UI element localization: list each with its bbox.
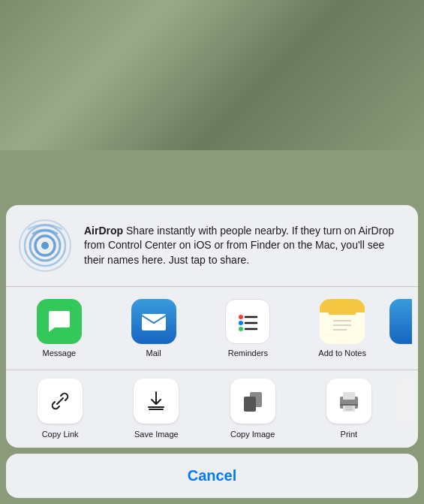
mail-label: Mail	[146, 349, 161, 358]
background-image	[0, 0, 424, 150]
message-icon	[37, 299, 82, 344]
airdrop-icon	[18, 219, 72, 273]
svg-point-8	[239, 321, 243, 325]
notes-icon	[320, 299, 365, 344]
svg-rect-18	[149, 409, 164, 410]
reminders-icon	[225, 299, 270, 344]
app-partial	[389, 299, 412, 358]
apps-row: Message Mail	[6, 287, 418, 370]
copy-image-label: Copy Image	[230, 430, 275, 439]
actions-row: Copy Link Save Image	[6, 370, 418, 448]
app-add-to-notes[interactable]: Add to Notes	[295, 299, 389, 358]
action-print[interactable]: Print	[301, 379, 397, 439]
action-save-image[interactable]: Save Image	[108, 379, 204, 439]
airdrop-body: Share instantly with people nearby. If t…	[84, 225, 394, 266]
app-message[interactable]: Message	[12, 299, 107, 358]
airdrop-description: AirDrop Share instantly with people near…	[84, 224, 406, 268]
print-label: Print	[341, 430, 358, 439]
svg-rect-22	[343, 392, 355, 400]
copy-image-btn	[230, 379, 275, 424]
svg-point-6	[239, 315, 243, 319]
svg-point-4	[41, 242, 49, 249]
action-partial	[397, 379, 412, 439]
mail-icon	[131, 299, 176, 344]
message-label: Message	[43, 349, 77, 358]
add-to-notes-label: Add to Notes	[318, 349, 366, 358]
cancel-card: Cancel	[6, 454, 418, 498]
reminders-label: Reminders	[228, 349, 268, 358]
copy-link-btn	[38, 379, 83, 424]
share-sheet: AirDrop Share instantly with people near…	[0, 205, 424, 504]
svg-rect-20	[244, 397, 256, 412]
print-btn	[326, 379, 371, 424]
app-reminders[interactable]: Reminders	[201, 299, 296, 358]
copy-link-label: Copy Link	[42, 430, 79, 439]
airdrop-section: AirDrop Share instantly with people near…	[6, 205, 418, 286]
cancel-button[interactable]: Cancel	[6, 454, 418, 498]
action-copy-link[interactable]: Copy Link	[12, 379, 108, 439]
main-card: AirDrop Share instantly with people near…	[6, 205, 418, 448]
svg-rect-12	[329, 308, 356, 315]
app-mail[interactable]: Mail	[107, 299, 201, 358]
save-image-label: Save Image	[134, 430, 179, 439]
action-copy-image[interactable]: Copy Image	[205, 379, 301, 439]
save-image-btn	[134, 379, 179, 424]
svg-point-10	[239, 327, 243, 331]
svg-rect-24	[340, 404, 358, 406]
airdrop-title: AirDrop	[84, 225, 123, 237]
